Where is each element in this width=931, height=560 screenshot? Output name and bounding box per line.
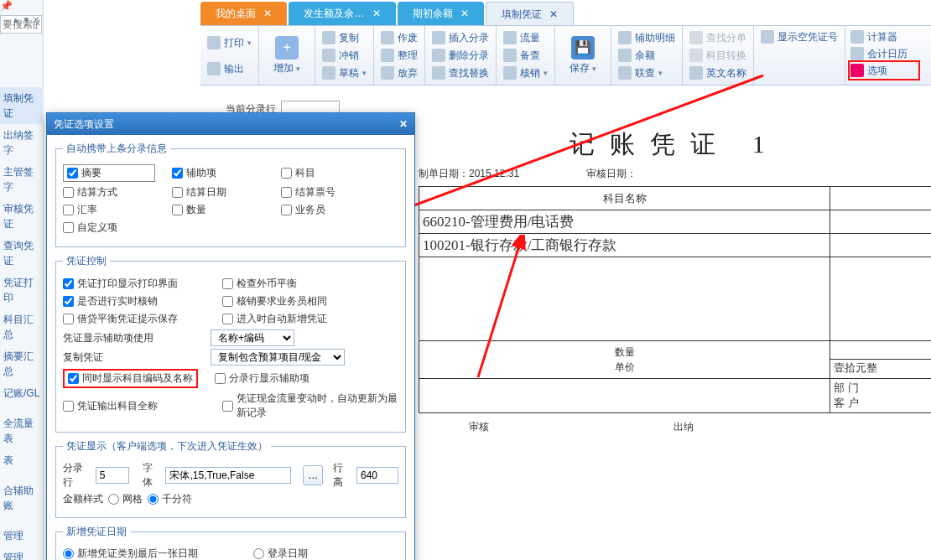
lookup-button[interactable]: 联查 xyxy=(618,65,675,80)
chk-fx-balance[interactable]: 检查外币平衡 xyxy=(222,277,315,291)
chk-output-fullname[interactable]: 凭证输出科目全称 xyxy=(63,399,205,413)
chk-settle-date[interactable]: 结算日期 xyxy=(172,185,264,200)
subject-cell[interactable]: 100201-银行存款/工商银行存款 xyxy=(419,234,830,257)
chk-settle-no[interactable]: 结算票号 xyxy=(281,185,373,200)
table-row[interactable]: 660210-管理费用/电话费 xyxy=(419,210,932,234)
date-value: 2015.12.31 xyxy=(469,168,519,179)
chk-subject[interactable]: 科目 xyxy=(281,166,373,180)
nav-item-voucher-fill[interactable]: 填制凭证 xyxy=(0,87,44,124)
draft-button[interactable]: 草稿 xyxy=(322,65,367,80)
table-row[interactable] xyxy=(419,257,932,341)
chk-summary[interactable]: 摘要 xyxy=(63,164,155,182)
radio-last-date[interactable]: 新增凭证类别最后一张日期 xyxy=(63,547,198,560)
debit-cell[interactable] xyxy=(830,210,932,234)
balance-icon xyxy=(618,49,632,62)
pin-icon[interactable]: 📌 xyxy=(0,0,13,12)
nav-item[interactable] xyxy=(0,74,44,80)
aux-display-select[interactable]: 名称+编码 xyxy=(211,329,294,346)
chk-line-show-aux[interactable]: 分录行显示辅助项 xyxy=(215,371,309,386)
nav-item[interactable] xyxy=(0,80,44,87)
tab-balance[interactable]: 发生额及余… ✕ xyxy=(289,2,395,25)
chk-salesman[interactable]: 业务员 xyxy=(281,203,373,217)
font-input[interactable] xyxy=(165,467,291,484)
nav-item[interactable]: 全流量表 xyxy=(0,412,44,449)
nav-item[interactable]: 科目汇总 xyxy=(0,309,44,345)
nav-item[interactable]: 记账/GL xyxy=(0,382,44,404)
void-button[interactable]: 作废 xyxy=(381,30,418,45)
nav-item[interactable]: 表 xyxy=(0,449,44,471)
nav-item[interactable]: 凭证打印 xyxy=(0,272,44,309)
print-button[interactable]: 打印 xyxy=(207,35,252,50)
table-row[interactable]: 部 门 客 户 xyxy=(419,379,932,413)
save-button[interactable]: 💾保存 xyxy=(562,36,604,75)
subject-cell[interactable] xyxy=(419,257,830,341)
radio-thousand[interactable]: 千分符 xyxy=(148,492,192,506)
group-control-legend: 凭证控制 xyxy=(63,254,110,268)
nav-item[interactable]: 管理 xyxy=(0,547,44,560)
chk-auto-new[interactable]: 进入时自动新增凭证 xyxy=(222,312,327,326)
chk-realtime-writeoff[interactable]: 是否进行实时核销 xyxy=(63,294,205,309)
calculator-button[interactable]: 计算器 xyxy=(850,29,918,44)
table-row[interactable]: 100201-银行存款/工商银行存款 xyxy=(419,234,932,257)
aux-display-label: 凭证显示辅助项使用 xyxy=(63,331,205,345)
reverse-button[interactable]: 冲销 xyxy=(322,48,367,63)
tab-desktop[interactable]: 我的桌面 ✕ xyxy=(200,2,287,25)
uncheck-button[interactable]: 核销 xyxy=(503,65,548,80)
nav-item[interactable] xyxy=(0,60,44,67)
group-carry: 自动携带上条分录信息 摘要 辅助项 科目 结算方式 结算日期 结算票号 汇率 数… xyxy=(55,142,406,247)
add-button[interactable]: ＋增加 xyxy=(266,36,308,75)
flow-button[interactable]: 流量 xyxy=(503,30,548,45)
find-replace-button[interactable]: 查找替换 xyxy=(432,65,489,80)
chk-rate[interactable]: 汇率 xyxy=(63,203,155,217)
close-icon[interactable]: ✕ xyxy=(399,118,408,130)
delete-line-button[interactable]: 删除分录 xyxy=(432,48,489,63)
tidy-button[interactable]: 整理 xyxy=(381,48,418,63)
english-name-button[interactable]: 英文名称 xyxy=(689,65,746,80)
nav-item[interactable]: 主管签字 xyxy=(0,161,44,198)
chk-qty[interactable]: 数量 xyxy=(172,203,264,217)
chk-show-code-and-name[interactable]: 同时显示科目编码及名称 xyxy=(68,371,193,386)
options-button[interactable]: 选项 xyxy=(850,63,918,78)
rowheight-input[interactable] xyxy=(356,467,398,484)
nav-item[interactable]: 摘要汇总 xyxy=(0,345,44,382)
show-blank-voucher-button[interactable]: 显示空凭证号 xyxy=(761,29,838,44)
remark-button[interactable]: 备查 xyxy=(503,48,548,63)
copy-button[interactable]: 复制 xyxy=(322,30,367,45)
nav-item[interactable]: 管理 xyxy=(0,525,44,547)
nav-item[interactable] xyxy=(0,67,44,74)
amount-words: 壹拾元整 xyxy=(830,360,931,376)
tab-voucher-fill[interactable]: 填制凭证 ✕ xyxy=(486,2,574,25)
chk-cashflow-update[interactable]: 凭证现金流量变动时，自动更新为最新记录 xyxy=(222,391,398,420)
debit-cell[interactable] xyxy=(830,257,932,341)
copy-voucher-label: 复制凭证 xyxy=(63,350,205,365)
chk-aux[interactable]: 辅助项 xyxy=(172,166,264,180)
table-row[interactable]: 数量 单价 合 计 壹拾元整 xyxy=(419,341,932,379)
nav-item[interactable] xyxy=(0,54,44,60)
insert-line-button[interactable]: 插入分录 xyxy=(432,30,489,45)
copy-voucher-select[interactable]: 复制包含预算项目/现金 xyxy=(211,349,345,366)
document-tabs: 我的桌面 ✕ 发生额及余… ✕ 期初余额 ✕ 填制凭证 ✕ xyxy=(200,0,931,25)
balance-button[interactable]: 余额 xyxy=(618,48,675,63)
chk-balance-prompt[interactable]: 借贷平衡凭证提示保存 xyxy=(63,312,205,326)
radio-login-date[interactable]: 登录日期 xyxy=(253,547,308,560)
export-button[interactable]: 输出 xyxy=(207,61,252,76)
radio-grid[interactable]: 网格 xyxy=(108,492,143,506)
debit-cell[interactable] xyxy=(830,234,932,257)
font-pick-button[interactable]: … xyxy=(303,465,323,485)
chk-custom[interactable]: 自定义项 xyxy=(63,220,155,235)
aux-detail-button[interactable]: 辅助明细 xyxy=(618,30,675,45)
sidebar-controls[interactable]: ▲ ▼ ✕ xyxy=(12,15,39,24)
chk-same-salesman[interactable]: 核销要求业务员相同 xyxy=(222,294,327,309)
chk-print-ui[interactable]: 凭证打印显示打印界面 xyxy=(63,277,205,291)
chk-settle-mode[interactable]: 结算方式 xyxy=(63,185,155,200)
discard-button[interactable]: 放弃 xyxy=(381,65,418,80)
tab-initbal[interactable]: 期初余额 ✕ xyxy=(398,2,484,25)
lines-input[interactable] xyxy=(96,467,129,484)
subject-cell[interactable]: 660210-管理费用/电话费 xyxy=(419,210,830,234)
calendar-button[interactable]: 会计日历 xyxy=(850,46,918,61)
flow-icon xyxy=(503,31,517,44)
nav-item[interactable]: 审核凭证 xyxy=(0,198,44,235)
nav-item[interactable]: 出纳签字 xyxy=(0,124,44,161)
nav-item[interactable]: 查询凭证 xyxy=(0,235,44,272)
nav-item[interactable]: 合辅助账 xyxy=(0,480,44,516)
